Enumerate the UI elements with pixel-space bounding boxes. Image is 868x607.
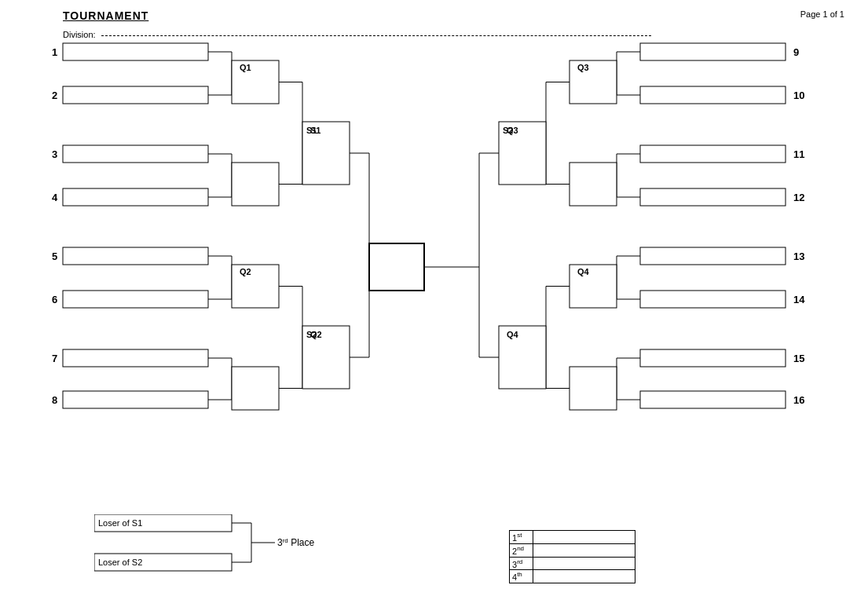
seed-1-box xyxy=(63,43,208,60)
seed-15-box xyxy=(640,349,786,367)
seed-13-box xyxy=(640,247,786,265)
seed-7-num: 7 xyxy=(52,353,57,364)
q1b-box xyxy=(232,163,279,206)
seed-16-num: 16 xyxy=(793,394,804,406)
header: TOURNAMENT xyxy=(63,9,148,22)
place-4-name xyxy=(533,570,635,583)
standings-row-3: 3rd xyxy=(510,557,635,570)
s2-left-label: S2 xyxy=(306,330,317,339)
seed-14-box xyxy=(640,291,786,308)
place-1-cell: 1st xyxy=(510,531,533,544)
q4-box xyxy=(570,265,617,308)
seed-6-num: 6 xyxy=(52,294,57,305)
seed-9-box xyxy=(640,43,786,60)
standings-row-1: 1st xyxy=(510,531,635,544)
seed-7-box xyxy=(63,349,208,367)
q2b-box xyxy=(232,367,279,410)
place-3-cell: 3rd xyxy=(510,557,533,570)
q1-label: Q1 xyxy=(240,63,251,72)
seed-6-box xyxy=(63,291,208,308)
seed-1-num: 1 xyxy=(52,46,57,58)
seed-9-num: 9 xyxy=(793,46,799,58)
q3b-box xyxy=(570,163,617,206)
seed-13-num: 13 xyxy=(793,250,804,262)
seed-2-box xyxy=(63,86,208,104)
seed-16-box xyxy=(640,391,786,408)
q3-label: Q3 xyxy=(577,63,589,72)
standings-row-2: 2nd xyxy=(510,544,635,558)
seed-8-box xyxy=(63,391,208,408)
seed-12-num: 12 xyxy=(793,192,804,203)
standings-section: 1st 2nd 3rd 4th xyxy=(509,530,635,583)
seed-5-num: 5 xyxy=(52,250,57,262)
place-2-cell: 2nd xyxy=(510,544,533,558)
seed-11-box xyxy=(640,145,786,163)
loser-s2-label: Loser of S2 xyxy=(98,558,142,567)
bracket-svg: 1 2 Q1 3 4 S1 xyxy=(63,43,833,499)
place-4-cell: 4th xyxy=(510,570,533,583)
tournament-title: TOURNAMENT xyxy=(63,9,148,22)
standings-row-4: 4th xyxy=(510,570,635,583)
place-3-name xyxy=(533,557,635,570)
third-place-svg: Loser of S1 Loser of S2 3rd Place xyxy=(94,514,408,577)
s2-right-label: S2 xyxy=(503,126,513,135)
place-2-name xyxy=(533,544,635,558)
seed-3-box xyxy=(63,145,208,163)
seed-15-num: 15 xyxy=(793,353,804,364)
q4b-box xyxy=(570,367,617,410)
seed-2-num: 2 xyxy=(52,90,57,101)
q2-box xyxy=(232,265,279,308)
seed-11-num: 11 xyxy=(793,148,804,160)
division-line: Division: xyxy=(63,30,651,39)
seed-12-box xyxy=(640,188,786,206)
q2-label: Q2 xyxy=(240,267,251,276)
s2-right-box xyxy=(499,326,546,389)
q4-round-label: Q4 xyxy=(507,330,519,339)
q4-label: Q4 xyxy=(577,267,590,276)
championship-box xyxy=(369,243,424,291)
seed-4-num: 4 xyxy=(52,192,58,203)
seed-14-num: 14 xyxy=(793,294,805,305)
q3-box xyxy=(570,60,617,104)
loser-s1-label: Loser of S1 xyxy=(98,518,142,528)
q1-box xyxy=(232,60,279,104)
s1-left-label: S1 xyxy=(306,126,317,135)
seed-10-box xyxy=(640,86,786,104)
third-place-label: 3rd Place xyxy=(277,537,314,548)
standings-table: 1st 2nd 3rd 4th xyxy=(509,530,635,583)
seed-10-num: 10 xyxy=(793,90,804,101)
page-number: Page 1 of 1 xyxy=(800,9,844,19)
place-1-name xyxy=(533,531,635,544)
seed-3-num: 3 xyxy=(52,148,57,160)
seed-5-box xyxy=(63,247,208,265)
seed-4-box xyxy=(63,188,208,206)
seed-8-num: 8 xyxy=(52,394,57,406)
tournament-bracket-page: TOURNAMENT Page 1 of 1 Division: 1 2 Q1 … xyxy=(0,0,868,607)
third-place-section: Loser of S1 Loser of S2 3rd Place xyxy=(94,514,408,580)
